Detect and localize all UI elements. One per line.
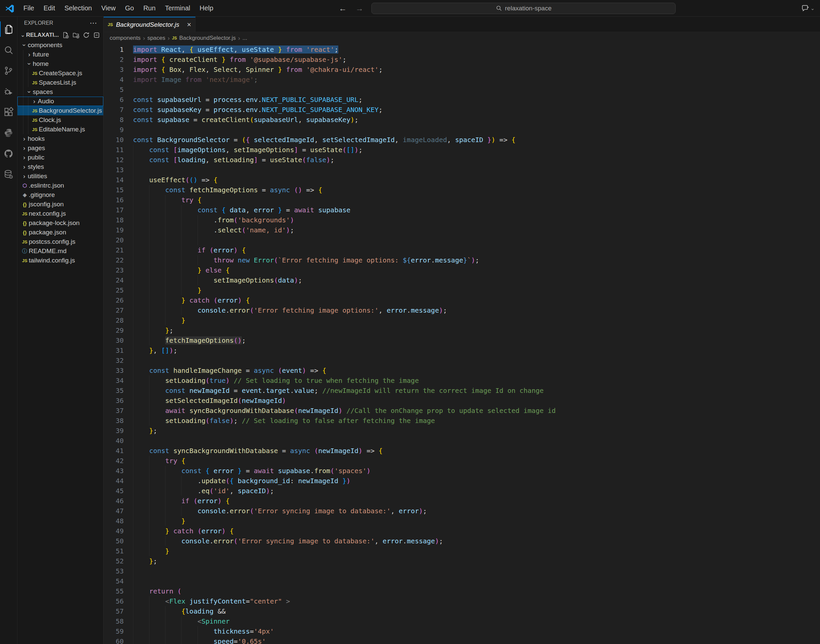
tree-folder-public[interactable]: ›public bbox=[17, 153, 103, 162]
menu-edit[interactable]: Edit bbox=[39, 0, 60, 16]
code-line[interactable]: 12 const [loading, setLoading] = useStat… bbox=[104, 155, 820, 165]
code-line[interactable]: 11 const [imageOptions, setImageOptions]… bbox=[104, 145, 820, 155]
tree-file-readme-md[interactable]: ⓘREADME.md bbox=[17, 247, 103, 256]
code-line[interactable]: 30 fetchImageOptions(); bbox=[104, 335, 820, 345]
tree-file-package-json[interactable]: {}package.json bbox=[17, 228, 103, 237]
command-center-search[interactable]: relaxation-space bbox=[371, 3, 676, 14]
code-line[interactable]: 59 thickness='4px' bbox=[104, 626, 820, 636]
code-line[interactable]: 39 }; bbox=[104, 426, 820, 436]
back-arrow-icon[interactable]: ← bbox=[339, 4, 346, 13]
code-line[interactable]: 4import Image from 'next/image'; bbox=[104, 75, 820, 84]
github-icon[interactable] bbox=[0, 143, 17, 164]
code-line[interactable]: 37 await syncBackgroundWithDatabase(newI… bbox=[104, 406, 820, 416]
extensions-icon[interactable] bbox=[0, 102, 17, 123]
copilot-menu[interactable]: ⌄ bbox=[801, 4, 815, 13]
code-line[interactable]: 5 bbox=[104, 84, 820, 95]
project-section-header[interactable]: ⌄ RELAXATI... bbox=[17, 29, 103, 40]
tree-folder-spaces[interactable]: ›spaces bbox=[17, 87, 103, 97]
menu-terminal[interactable]: Terminal bbox=[160, 0, 195, 16]
explorer-icon[interactable] bbox=[0, 19, 17, 40]
code-line[interactable]: 23 } else { bbox=[104, 265, 820, 275]
menu-file[interactable]: File bbox=[19, 0, 39, 16]
tree-folder-hooks[interactable]: ›hooks bbox=[17, 134, 103, 143]
code-line[interactable]: 17 const { data, error } = await supabas… bbox=[104, 205, 820, 215]
code-line[interactable]: 52 }; bbox=[104, 556, 820, 566]
tree-file-backgroundselector-js[interactable]: JSBackgroundSelector.js bbox=[17, 106, 103, 115]
code-line[interactable]: 27 console.error('Error fetching image o… bbox=[104, 305, 820, 315]
code-line[interactable]: 53 bbox=[104, 566, 820, 576]
code-line[interactable]: 28 } bbox=[104, 315, 820, 325]
code-line[interactable]: 25 } bbox=[104, 285, 820, 295]
code-line[interactable]: 31 }, []); bbox=[104, 345, 820, 356]
code-line[interactable]: 10const BackgroundSelector = ({ selected… bbox=[104, 135, 820, 145]
code-line[interactable]: 21 if (error) { bbox=[104, 245, 820, 255]
code-line[interactable]: 9 bbox=[104, 125, 820, 135]
code-line[interactable]: 47 console.error('Error syncing image to… bbox=[104, 506, 820, 516]
code-line[interactable]: 35 const newImageId = event.target.value… bbox=[104, 385, 820, 396]
code-line[interactable]: 29 }; bbox=[104, 325, 820, 335]
code-line[interactable]: 60 speed='0.65s' bbox=[104, 636, 820, 644]
code-line[interactable]: 43 const { error } = await supabase.from… bbox=[104, 466, 820, 476]
code-line[interactable]: 16 try { bbox=[104, 195, 820, 205]
breadcrumb-item[interactable]: components bbox=[110, 35, 141, 41]
menu-run[interactable]: Run bbox=[139, 0, 161, 16]
code-line[interactable]: 51 } bbox=[104, 546, 820, 556]
close-icon[interactable]: × bbox=[182, 20, 191, 29]
code-line[interactable]: 36 setSelectedImageId(newImageId) bbox=[104, 396, 820, 406]
breadcrumb-item[interactable]: spaces bbox=[147, 35, 166, 41]
tree-folder-pages[interactable]: ›pages bbox=[17, 143, 103, 153]
tree-file-clock-js[interactable]: JSClock.js bbox=[17, 115, 103, 125]
tree-folder-utilities[interactable]: ›utilities bbox=[17, 172, 103, 181]
tree-file--eslintrc-json[interactable]: ⬡.eslintrc.json bbox=[17, 181, 103, 190]
code-line[interactable]: 42 try { bbox=[104, 456, 820, 466]
code-line[interactable]: 58 <Spinner bbox=[104, 616, 820, 626]
code-line[interactable]: 48 } bbox=[104, 516, 820, 526]
collapse-all-icon[interactable] bbox=[93, 32, 100, 38]
tree-file-tailwind-config-js[interactable]: JStailwind.config.js bbox=[17, 256, 103, 265]
code-editor[interactable]: 1import React, { useEffect, useState } f… bbox=[104, 44, 820, 644]
code-line[interactable]: 33 const handleImageChange = async (even… bbox=[104, 365, 820, 376]
new-file-icon[interactable] bbox=[62, 32, 69, 38]
tree-folder-audio[interactable]: ›Audio bbox=[17, 97, 103, 106]
tree-file-postcss-config-js[interactable]: JSpostcss.config.js bbox=[17, 237, 103, 247]
code-line[interactable]: 1import React, { useEffect, useState } f… bbox=[104, 44, 820, 55]
code-line[interactable]: 41 const syncBackgroundWithDatabase = as… bbox=[104, 446, 820, 456]
code-line[interactable]: 20 bbox=[104, 235, 820, 245]
code-line[interactable]: 38 setLoading(false); // Set loading to … bbox=[104, 416, 820, 426]
menu-selection[interactable]: Selection bbox=[60, 0, 97, 16]
code-line[interactable]: 32 bbox=[104, 356, 820, 365]
tree-folder-components[interactable]: ›components bbox=[17, 40, 103, 50]
breadcrumb-item[interactable]: BackgroundSelector.js bbox=[179, 35, 236, 41]
python-icon[interactable] bbox=[0, 123, 17, 143]
code-line[interactable]: 8const supabase = createClient(supabaseU… bbox=[104, 115, 820, 125]
tree-file-next-config-js[interactable]: JSnext.config.js bbox=[17, 209, 103, 218]
code-line[interactable]: 19 .select('name, id'); bbox=[104, 225, 820, 235]
tree-file-createspace-js[interactable]: JSCreateSpace.js bbox=[17, 69, 103, 78]
menu-view[interactable]: View bbox=[97, 0, 120, 16]
code-line[interactable]: 56 <Flex justifyContent="center" > bbox=[104, 596, 820, 606]
search-icon[interactable] bbox=[0, 40, 17, 60]
code-line[interactable]: 49 } catch (error) { bbox=[104, 526, 820, 536]
new-folder-icon[interactable] bbox=[72, 32, 79, 38]
tab-backgroundselector-js[interactable]: JSBackgroundSelector.js× bbox=[104, 17, 196, 32]
refresh-icon[interactable] bbox=[83, 32, 90, 38]
menu-go[interactable]: Go bbox=[120, 0, 139, 16]
forward-arrow-icon[interactable]: → bbox=[356, 4, 363, 13]
code-line[interactable]: 34 setLoading(true) // Set loading to tr… bbox=[104, 376, 820, 385]
menu-help[interactable]: Help bbox=[195, 0, 218, 16]
code-line[interactable]: 15 const fetchImageOptions = async () =>… bbox=[104, 185, 820, 195]
run-debug-icon[interactable] bbox=[0, 81, 17, 102]
breadcrumb-item[interactable]: ... bbox=[242, 35, 247, 41]
code-line[interactable]: 3import { Box, Flex, Select, Spinner } f… bbox=[104, 64, 820, 75]
tree-file-spaceslist-js[interactable]: JSSpacesList.js bbox=[17, 78, 103, 87]
code-line[interactable]: 50 console.error('Error syncing image to… bbox=[104, 536, 820, 546]
source-control-icon[interactable] bbox=[0, 60, 17, 81]
tree-file--gitignore[interactable]: ◈.gitignore bbox=[17, 190, 103, 199]
code-line[interactable]: 18 .from('backgrounds') bbox=[104, 215, 820, 225]
code-line[interactable]: 57 {loading && bbox=[104, 606, 820, 616]
more-actions-icon[interactable]: ⋯ bbox=[90, 19, 97, 28]
code-line[interactable]: 7const supabaseKey = process.env.NEXT_PU… bbox=[104, 105, 820, 115]
code-line[interactable]: 24 setImageOptions(data); bbox=[104, 275, 820, 285]
database-icon[interactable] bbox=[0, 164, 17, 185]
code-line[interactable]: 40 bbox=[104, 436, 820, 446]
